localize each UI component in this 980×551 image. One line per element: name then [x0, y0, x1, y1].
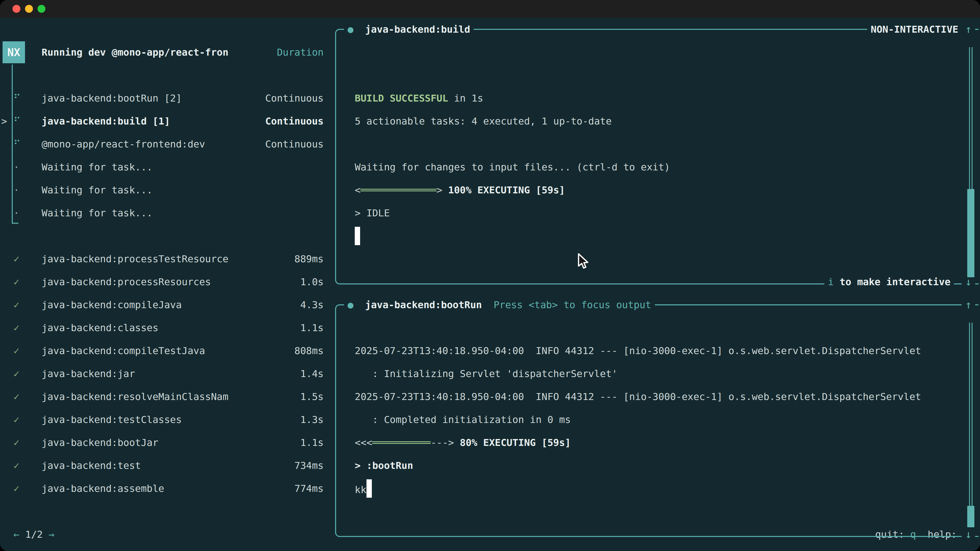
text-segment: ⠋: [14, 93, 21, 104]
output-line: 5 actionable tasks: 4 executed, 1 up-to-…: [355, 116, 612, 127]
output-panel-border: [335, 29, 978, 284]
output-line: <<<══════════---> 80% EXECUTING [59s]: [355, 437, 571, 448]
task-name: java-backend:compileTestJava: [41, 345, 205, 356]
text-segment: Press <tab> to focus output: [482, 299, 651, 310]
scrollbar-thumb[interactable]: [967, 189, 974, 277]
zoom-button[interactable]: [38, 5, 45, 13]
task-duration: 734ms: [294, 460, 324, 471]
completed-task-row[interactable]: ✓java-backend:processResources1.0s: [0, 270, 335, 293]
text-segment: 80% EXECUTING [59s]: [454, 437, 571, 448]
task-name: Waiting for task...: [41, 162, 153, 173]
text-segment: --->: [431, 437, 454, 448]
task-name: java-backend:jar: [41, 368, 135, 380]
output-line: > :bootRun: [355, 460, 413, 471]
completed-task-row[interactable]: ✓java-backend:jar1.4s: [0, 362, 335, 385]
checkmark-icon: ✓: [14, 414, 19, 425]
task-name: java-backend:resolveMainClassNam: [41, 391, 228, 402]
checkmark-icon: ✓: [14, 483, 19, 494]
task-name: java-backend:testClasses: [41, 414, 182, 425]
minimize-button[interactable]: [25, 5, 33, 13]
completed-task-row[interactable]: ✓java-backend:resolveMainClassNam1.5s: [0, 385, 335, 408]
task-name: java-backend:processTestResource: [41, 253, 228, 265]
sidebar-title: Running dev @mono-app/react-fron: [41, 47, 228, 58]
scrollbar-thumb[interactable]: [967, 506, 974, 527]
titlebar: [0, 0, 980, 18]
output-line: > IDLE: [355, 207, 390, 219]
output-line: Waiting for changes to input files... (c…: [355, 162, 670, 173]
task-status-icon: ⠋: [14, 138, 21, 150]
text-segment: in 1s: [448, 93, 483, 104]
completed-task-row[interactable]: ✓java-backend:processTestResource889ms: [0, 248, 335, 270]
text-segment: : Initializing Servlet 'dispatcherServle…: [355, 368, 617, 380]
checkmark-icon: ✓: [14, 460, 19, 471]
task-name: java-backend:assemble: [41, 483, 164, 494]
text-segment: : Completed initialization in 0 ms: [355, 414, 571, 425]
output-line: <═════════════> 100% EXECUTING [59s]: [355, 184, 565, 196]
text-segment: NON-INTERACTIVE: [871, 24, 958, 35]
task-row[interactable]: ⠋java-backend:bootRun [2]Continuous: [0, 87, 335, 110]
output-line: 2025-07-23T13:40:18.950-04:00 INFO 44312…: [355, 391, 921, 402]
task-duration: 4.3s: [300, 299, 324, 310]
output-line: 2025-07-23T13:40:18.950-04:00 INFO 44312…: [355, 345, 921, 356]
task-row[interactable]: ⠋java-backend:build [1]Continuous: [0, 110, 335, 133]
completed-task-row[interactable]: ✓java-backend:compileTestJava808ms: [0, 339, 335, 362]
task-status-icon: ⠋: [14, 116, 21, 127]
completed-task-row[interactable]: ✓java-backend:testClasses1.3s: [0, 408, 335, 431]
text-segment: <: [355, 184, 361, 196]
task-name: java-backend:compileJava: [41, 299, 182, 310]
task-name: java-backend:classes: [41, 322, 159, 333]
task-duration: 1.1s: [300, 437, 324, 448]
text-segment: ⠋: [14, 116, 21, 127]
task-row[interactable]: ·Waiting for task...: [0, 202, 335, 224]
scroll-down-arrow[interactable]: ↓: [962, 527, 975, 541]
completed-task-row[interactable]: ✓java-backend:test734ms: [0, 454, 335, 477]
text-segment: →: [48, 529, 54, 540]
close-button[interactable]: [13, 5, 21, 13]
panel-footer-hint[interactable]: i to make interactive: [824, 275, 954, 289]
task-name: Waiting for task...: [41, 184, 153, 196]
text-segment: java-backend:bootRun: [365, 299, 482, 310]
scrollbar-track[interactable]: [969, 323, 970, 527]
checkmark-icon: ✓: [14, 276, 19, 287]
panel-header[interactable]: ● java-backend:bootRun Press <tab> to fo…: [344, 298, 655, 312]
nx-logo-badge: NX: [3, 41, 25, 63]
text-segment: Waiting for changes to input files... (c…: [355, 162, 670, 173]
text-segment: 100% EXECUTING [59s]: [442, 184, 565, 196]
terminal-cursor: [366, 479, 372, 498]
text-segment: ←: [14, 529, 19, 540]
task-status-icon: ·: [14, 162, 19, 173]
text-segment: 5 actionable tasks: 4 executed, 1 up-to-…: [355, 116, 612, 127]
mouse-cursor: [576, 253, 592, 272]
panel-header[interactable]: ● java-backend:build: [344, 22, 474, 37]
text-segment: ══════════: [372, 437, 431, 448]
output-line: : Initializing Servlet 'dispatcherServle…: [355, 368, 617, 380]
completed-task-row[interactable]: ✓java-backend:bootJar1.1s: [0, 431, 335, 454]
completed-task-row[interactable]: ✓java-backend:assemble774ms: [0, 477, 335, 500]
text-segment: > IDLE: [355, 207, 390, 219]
task-duration: 1.0s: [300, 276, 324, 287]
text-segment: <<<: [355, 437, 372, 448]
text-segment: 2025-07-23T13:40:18.950-04:00 INFO 44312…: [355, 345, 921, 356]
checkmark-icon: ✓: [14, 437, 19, 448]
scroll-up-arrow[interactable]: ↑: [962, 298, 975, 312]
completed-task-row[interactable]: ✓java-backend:compileJava4.3s: [0, 293, 335, 316]
task-duration: Continuous: [265, 138, 324, 150]
scroll-up-arrow[interactable]: ↑: [962, 22, 975, 37]
text-segment: ·: [14, 162, 19, 173]
text-segment: >: [436, 184, 442, 196]
checkmark-icon: ✓: [14, 253, 19, 265]
text-segment: to make interactive: [834, 276, 951, 287]
scrollbar-track[interactable]: [972, 323, 973, 527]
task-name: Waiting for task...: [41, 207, 153, 219]
task-status-icon: ·: [14, 184, 19, 196]
checkmark-icon: ✓: [14, 368, 19, 380]
text-segment: 1/2: [19, 529, 48, 540]
output-line: [355, 227, 360, 245]
text-segment: ·: [14, 184, 19, 196]
completed-task-row[interactable]: ✓java-backend:classes1.1s: [0, 316, 335, 339]
task-row[interactable]: ·Waiting for task...: [0, 179, 335, 202]
pagination[interactable]: ← 1/2 →: [14, 529, 54, 540]
output-line: : Completed initialization in 0 ms: [355, 414, 571, 425]
task-row[interactable]: ⠋@mono-app/react-frontend:devContinuous: [0, 133, 335, 156]
task-row[interactable]: ·Waiting for task...: [0, 156, 335, 179]
